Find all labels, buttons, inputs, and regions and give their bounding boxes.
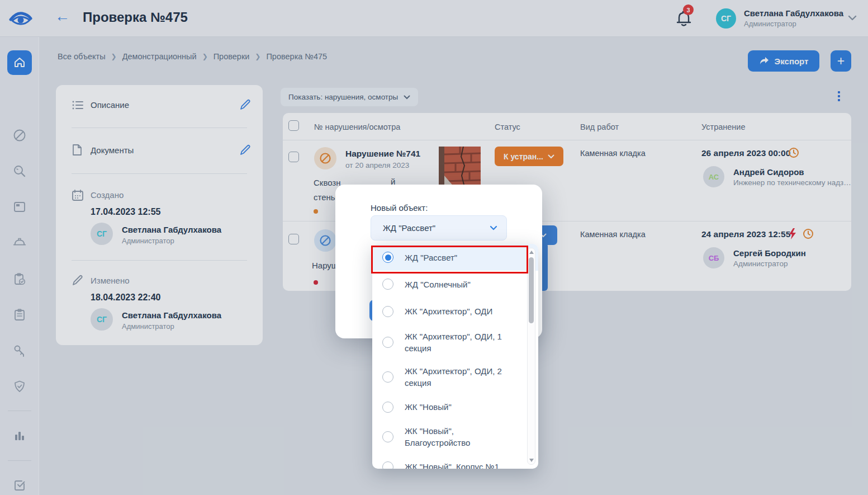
object-options-listbox: ЖД "Рассвет" ЖД "Солнечный" ЖК "Архитект…: [372, 244, 538, 469]
scrollbar-thumb[interactable]: [529, 257, 534, 323]
option-label: ЖК "Архитектор", ОДИ, 2 секция: [405, 365, 515, 389]
scroll-up-arrow-icon[interactable]: [529, 251, 534, 254]
radio-selected-icon: [382, 252, 393, 263]
radio-icon: [382, 402, 393, 413]
scroll-down-arrow-icon[interactable]: [529, 459, 534, 462]
option-label: ЖД "Солнечный": [405, 279, 471, 290]
option-item[interactable]: ЖК "Архитектор", ОДИ, 1 секция: [372, 325, 538, 360]
option-item[interactable]: ЖК "Новый": [372, 394, 538, 419]
radio-icon: [382, 371, 393, 383]
option-label: ЖК "Архитектор", ОДИ: [405, 305, 492, 317]
radio-icon: [382, 279, 393, 290]
option-item[interactable]: ЖК "Новый", Корпус №1: [372, 454, 538, 469]
select-value: ЖД "Рассвет": [383, 223, 435, 233]
radio-icon: [382, 337, 393, 348]
option-label: ЖК "Новый", Благоустройство: [405, 425, 515, 449]
option-label: ЖК "Новый": [405, 401, 452, 413]
chevron-down-icon: [490, 225, 497, 230]
dropdown-scrollbar[interactable]: [527, 248, 535, 465]
option-item[interactable]: ЖД "Солнечный": [372, 271, 538, 298]
option-item[interactable]: ЖК "Архитектор", ОДИ, 2 секция: [372, 360, 538, 394]
radio-icon: [382, 461, 393, 469]
new-object-select[interactable]: ЖД "Рассвет": [371, 215, 507, 241]
option-item[interactable]: ЖД "Рассвет": [372, 244, 538, 271]
radio-icon: [382, 431, 393, 442]
option-label: ЖК "Новый", Корпус №1: [405, 461, 499, 469]
option-item[interactable]: ЖК "Новый", Благоустройство: [372, 419, 538, 454]
app-window: ← Проверка №475 3 СГ Светлана Габдулхако…: [0, 0, 868, 495]
option-label: ЖК "Архитектор", ОДИ, 1 секция: [405, 331, 515, 354]
option-item[interactable]: ЖК "Архитектор", ОДИ: [372, 298, 538, 325]
new-object-field-label: Новый объект:: [371, 203, 428, 213]
radio-icon: [382, 306, 393, 317]
option-label: ЖД "Рассвет": [405, 252, 457, 263]
